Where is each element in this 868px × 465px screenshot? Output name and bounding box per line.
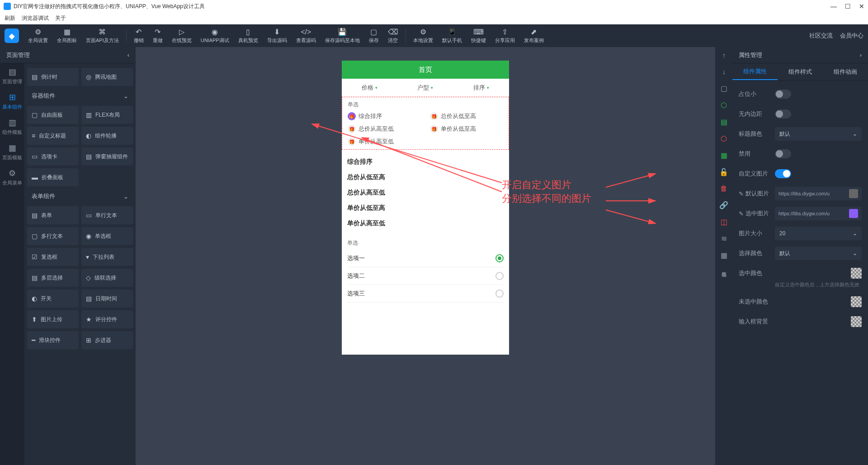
comp-switch[interactable]: ◐开关 [27, 289, 79, 308]
placeholder-toggle[interactable] [775, 90, 791, 99]
comp-collapse[interactable]: ▬折叠面板 [27, 168, 79, 186]
tab-comp-style[interactable]: 组件样式 [778, 63, 823, 80]
selectedimg-input[interactable]: https://libs.diygw.com/u [775, 207, 862, 220]
disabled-toggle[interactable] [775, 149, 791, 158]
comp-input[interactable]: ▭单行文本 [81, 206, 133, 224]
image-picker-icon[interactable] [849, 189, 858, 198]
group-form-header[interactable]: 表单组件⌄ [27, 188, 133, 204]
tab-comp-tpl[interactable]: ▥组件模板 [0, 114, 24, 139]
publish-case-button[interactable]: ⬈发布案例 [519, 24, 548, 47]
list-icon[interactable]: ▤ [721, 118, 727, 126]
app-logo-big-icon[interactable]: ◆ [5, 28, 19, 43]
share-app-button[interactable]: ⇪分享应用 [491, 24, 519, 47]
comp-carousel[interactable]: ◐组件轮播 [81, 127, 133, 145]
filter-tab-type[interactable]: 户型 [397, 79, 453, 96]
defaultimg-input[interactable]: https://libs.diygw.com/u [775, 187, 862, 200]
export-src-button[interactable]: ⬇导出源码 [263, 24, 292, 47]
comp-countdown[interactable]: ▤倒计时 [27, 68, 79, 86]
radio-option[interactable]: 选项三 [347, 285, 504, 303]
tab-page-mgmt[interactable]: ▤页面管理 [0, 63, 24, 89]
selection-icon[interactable]: ◫ [721, 218, 727, 226]
save-button[interactable]: ▢保存 [364, 24, 383, 47]
list-item[interactable]: 单价从低至高 [347, 200, 504, 216]
lock-icon[interactable]: 🔓 [719, 168, 728, 176]
uncheckedcolor-swatch[interactable] [851, 296, 862, 307]
radio-option[interactable]: 选项一 [347, 250, 504, 267]
tab-basic-comp[interactable]: ⊞基本组件 [0, 89, 24, 114]
shortcut-button[interactable]: ⌨快捷键 [467, 24, 491, 47]
comp-multilevel[interactable]: ▤多层选择 [27, 269, 79, 287]
member-link[interactable]: 会员中心 [840, 32, 863, 40]
comp-tabs[interactable]: ▭选项卡 [27, 147, 79, 166]
selectcolor-select[interactable]: 默认⌄ [775, 247, 862, 260]
grid-icon[interactable]: ▦ [721, 251, 727, 260]
tab-global-menu[interactable]: ⚙全局菜单 [0, 165, 24, 190]
list-item[interactable]: 总价从低至高 [347, 170, 504, 185]
comp-cascade[interactable]: ◇级联选择 [81, 269, 133, 287]
community-link[interactable]: 社区交流 [809, 32, 833, 40]
redo-button[interactable]: ↷重做 [148, 24, 167, 47]
comp-slider[interactable]: ━滑块控件 [27, 331, 79, 349]
local-setting-button[interactable]: ⚙本地设置 [409, 24, 438, 47]
image-picker-icon[interactable] [849, 209, 858, 218]
selected-radio-component[interactable]: 单选 🎁综合排序 🎁总价从低至高 🎁总价从高至低 🎁单价从低至高 🎁单价从高至低 [342, 97, 509, 150]
link-icon[interactable]: 🔗 [719, 201, 728, 209]
comp-rate[interactable]: ★评分控件 [81, 310, 133, 328]
move-down-icon[interactable]: ↓ [722, 68, 726, 76]
maximize-icon[interactable]: ☐ [845, 3, 851, 10]
canvas-area[interactable]: 首页 价格 户型 排序 单选 🎁综合排序 🎁总价从低至高 🎁总价从高至低 🎁单价… [136, 47, 715, 465]
layers-icon[interactable]: ≋ [721, 234, 727, 243]
view-src-button[interactable]: </>查看源码 [292, 24, 321, 47]
tab-comp-props[interactable]: 组件属性 [732, 63, 778, 80]
imgsize-select[interactable]: 20⌄ [775, 227, 862, 240]
checkedcolor-swatch[interactable] [851, 268, 862, 279]
puzzle-icon[interactable]: ⬡ [721, 101, 727, 109]
nopadding-toggle[interactable] [775, 109, 791, 119]
comp-flex[interactable]: ▥FLEX布局 [81, 106, 133, 124]
minimize-icon[interactable]: — [830, 3, 837, 10]
list-item[interactable]: 单价从高至低 [347, 216, 504, 231]
copy-icon[interactable]: ▢ [721, 84, 727, 93]
comp-map[interactable]: ◎腾讯地图 [81, 68, 133, 86]
save-local-button[interactable]: 💾保存源码至本地 [321, 24, 364, 47]
doc-icon[interactable]: ▦ [721, 151, 727, 160]
collapse-right-icon[interactable]: › [860, 52, 862, 58]
menu-browser-debug[interactable]: 浏览器调试 [22, 14, 49, 22]
tab-comp-anim[interactable]: 组件动画 [823, 63, 868, 80]
comp-textarea[interactable]: ▢多行文本 [27, 227, 79, 245]
trash-icon[interactable]: 🗑 [720, 185, 727, 193]
radio-item[interactable]: 🎁单价从高至低 [348, 138, 421, 146]
menu-refresh[interactable]: 刷新 [5, 14, 15, 22]
inputbg-swatch[interactable] [851, 316, 862, 327]
comp-radio[interactable]: ◉单选框 [81, 227, 133, 245]
collapse-left-icon[interactable]: ‹ [127, 52, 129, 58]
clear-button[interactable]: ⌫清空 [383, 24, 403, 47]
default-phone-button[interactable]: 📱默认手机 [438, 24, 467, 47]
uniapp-debug-button[interactable]: ◉UNIAPP调试 [196, 24, 234, 47]
radio-item[interactable]: 🎁单价从低至高 [430, 125, 503, 133]
comp-drawer[interactable]: ▤弹窗抽屉组件 [81, 147, 133, 166]
move-top-icon[interactable]: ↑ [722, 52, 726, 60]
list-item[interactable]: 总价从高至低 [347, 185, 504, 200]
radio-item[interactable]: 🎁总价从高至低 [348, 125, 421, 133]
undo-button[interactable]: ↶撤销 [129, 24, 148, 47]
comp-form[interactable]: ▤表单 [27, 206, 79, 224]
filter-tab-price[interactable]: 价格 [342, 79, 397, 96]
menu-about[interactable]: 关于 [55, 14, 66, 22]
comp-datetime[interactable]: ▤日期时间 [81, 289, 133, 308]
global-setting-button[interactable]: ⚙全局设置 [24, 24, 52, 47]
phone-preview-button[interactable]: ▯真机预览 [234, 24, 263, 47]
close-icon[interactable]: ✕ [859, 3, 864, 10]
tab-page-tpl[interactable]: ▦页面模板 [0, 139, 24, 165]
comp-stepper[interactable]: ⊞步进器 [81, 331, 133, 349]
puzzle-red-icon[interactable]: ⬡ [721, 134, 727, 143]
comp-select[interactable]: ▾下拉列表 [81, 248, 133, 266]
group-container-header[interactable]: 容器组件⌄ [27, 88, 133, 104]
titlecolor-select[interactable]: 默认⌄ [775, 127, 862, 141]
comp-custom-title[interactable]: ≡自定义标题 [27, 127, 79, 145]
online-preview-button[interactable]: ▷在线预览 [167, 24, 196, 47]
comp-upload[interactable]: ⬆图片上传 [27, 310, 79, 328]
radio-item[interactable]: 🎁总价从低至高 [430, 112, 503, 120]
radio-item[interactable]: 🎁综合排序 [348, 112, 421, 120]
global-icon-button[interactable]: ▦全局图标 [52, 24, 81, 47]
